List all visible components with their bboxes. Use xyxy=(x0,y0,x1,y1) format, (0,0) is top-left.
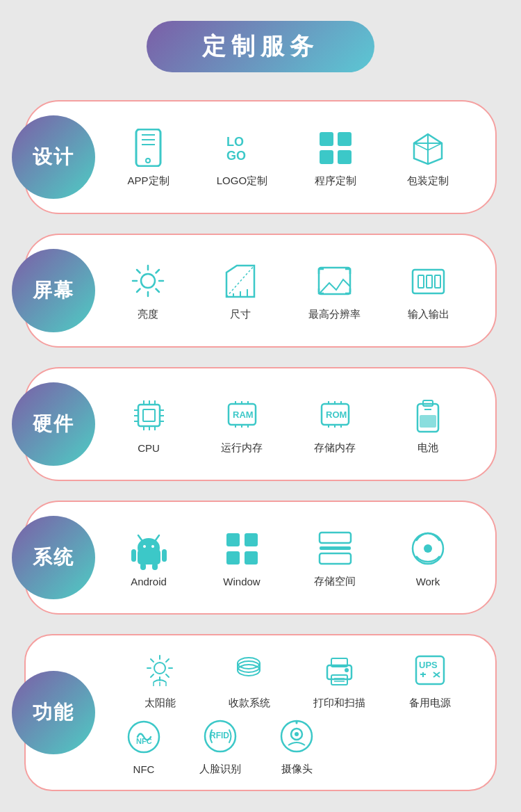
item-solar: 太阳能 xyxy=(136,649,185,710)
svg-line-70 xyxy=(138,535,142,540)
item-ram: RAM 运行内存 xyxy=(217,394,266,455)
android-icon xyxy=(124,528,173,570)
item-package: 包装定制 xyxy=(404,127,452,188)
svg-line-96 xyxy=(166,674,169,677)
window-label: Window xyxy=(223,576,260,587)
category-system: 系统 xyxy=(12,516,95,599)
item-storage: 存储空间 xyxy=(311,528,359,588)
package-icon xyxy=(404,127,452,169)
svg-line-97 xyxy=(166,659,169,662)
item-work: Work xyxy=(404,528,452,587)
svg-rect-81 xyxy=(226,551,240,565)
solar-icon xyxy=(136,649,185,691)
svg-rect-80 xyxy=(245,533,258,546)
svg-rect-67 xyxy=(420,415,436,428)
item-app: APP定制 xyxy=(124,127,173,188)
item-print: 打印和扫描 xyxy=(313,649,365,710)
svg-line-14 xyxy=(414,143,428,150)
svg-rect-77 xyxy=(140,563,146,570)
nfc-icon: NFC xyxy=(119,716,168,758)
payment-icon xyxy=(225,649,274,691)
section-hardware: 硬件 xyxy=(24,367,497,481)
svg-rect-8 xyxy=(338,132,352,146)
app-label: APP定制 xyxy=(128,174,169,188)
nfc-label: NFC xyxy=(133,763,155,775)
item-payment: 收款系统 xyxy=(225,649,274,710)
svg-rect-35 xyxy=(138,405,160,426)
resolution-label: 最高分辨率 xyxy=(308,308,361,321)
item-brightness: 亮度 xyxy=(124,261,172,321)
category-hardware: 硬件 xyxy=(12,382,95,466)
work-label: Work xyxy=(416,576,440,587)
category-func-label: 功能 xyxy=(33,699,74,726)
func-inner: 太阳能 收款系统 xyxy=(109,649,481,776)
print-icon xyxy=(315,649,364,691)
category-design: 设计 xyxy=(12,115,95,199)
func-row2: NFC NFC RFID 人脸识别 xyxy=(109,715,481,776)
ups-label: 备用电源 xyxy=(409,697,451,710)
item-window: Window xyxy=(217,528,266,587)
svg-point-125 xyxy=(295,732,299,736)
ram-label: 运行内存 xyxy=(221,441,263,455)
category-design-label: 设计 xyxy=(33,144,74,170)
solar-label: 太阳能 xyxy=(144,697,176,710)
svg-rect-83 xyxy=(320,533,351,543)
rom-icon: ROM xyxy=(311,394,359,436)
svg-text:RFID: RFID xyxy=(210,731,229,740)
rfid-label: 人脸识别 xyxy=(199,763,241,776)
item-program: 程序定制 xyxy=(311,127,360,188)
rfid-icon: RFID xyxy=(196,715,245,757)
item-battery: 电池 xyxy=(404,394,452,455)
func-row1: 太阳能 收款系统 xyxy=(109,649,481,710)
svg-text:LO: LO xyxy=(226,135,244,149)
svg-rect-76 xyxy=(162,549,167,562)
category-screen-label: 屏幕 xyxy=(33,277,74,304)
item-cpu: CPU xyxy=(124,395,173,454)
svg-line-23 xyxy=(156,270,159,273)
work-icon xyxy=(404,528,452,570)
svg-rect-31 xyxy=(413,270,444,293)
svg-text:ROM: ROM xyxy=(326,409,347,420)
svg-point-90 xyxy=(154,663,165,674)
category-func: 功能 xyxy=(12,671,95,754)
storage-label: 存储空间 xyxy=(314,575,356,588)
package-label: 包装定制 xyxy=(407,174,449,188)
svg-rect-78 xyxy=(152,563,158,570)
svg-rect-33 xyxy=(427,275,432,288)
svg-point-112 xyxy=(345,668,349,672)
page-title-banner: 定制服务 xyxy=(147,21,374,72)
design-items: APP定制 LO GO LOGO定制 程序定制 xyxy=(95,127,481,188)
svg-line-24 xyxy=(137,289,140,293)
svg-line-21 xyxy=(137,270,140,273)
svg-text:RAM: RAM xyxy=(233,409,254,420)
svg-rect-74 xyxy=(138,549,160,565)
section-func: 功能 xyxy=(24,634,497,791)
battery-label: 电池 xyxy=(417,441,438,455)
resolution-icon xyxy=(310,261,358,302)
item-resolution: 最高分辨率 xyxy=(308,261,361,321)
svg-rect-7 xyxy=(320,132,333,146)
system-items: Android Window xyxy=(95,528,481,588)
brightness-label: 亮度 xyxy=(138,308,158,321)
svg-rect-75 xyxy=(131,549,136,562)
brightness-icon xyxy=(124,261,172,302)
svg-text:GO: GO xyxy=(226,149,246,163)
svg-point-4 xyxy=(146,159,150,163)
camera-label: 摄像头 xyxy=(281,763,313,776)
item-ups: UPS 备用电源 xyxy=(406,649,454,710)
svg-rect-84 xyxy=(320,546,351,550)
size-label: 尺寸 xyxy=(230,308,251,321)
ups-icon: UPS xyxy=(406,649,454,691)
svg-line-15 xyxy=(428,143,442,150)
item-camera: 摄像头 xyxy=(269,715,324,776)
svg-rect-36 xyxy=(143,409,155,421)
size-icon xyxy=(216,261,265,302)
svg-rect-79 xyxy=(226,533,240,546)
android-label: Android xyxy=(131,576,167,587)
svg-text:NFC: NFC xyxy=(136,737,152,745)
svg-line-98 xyxy=(151,674,154,677)
program-label: 程序定制 xyxy=(315,174,356,188)
window-icon xyxy=(217,528,266,570)
storage-icon xyxy=(311,528,359,569)
io-label: 输入输出 xyxy=(408,308,449,321)
